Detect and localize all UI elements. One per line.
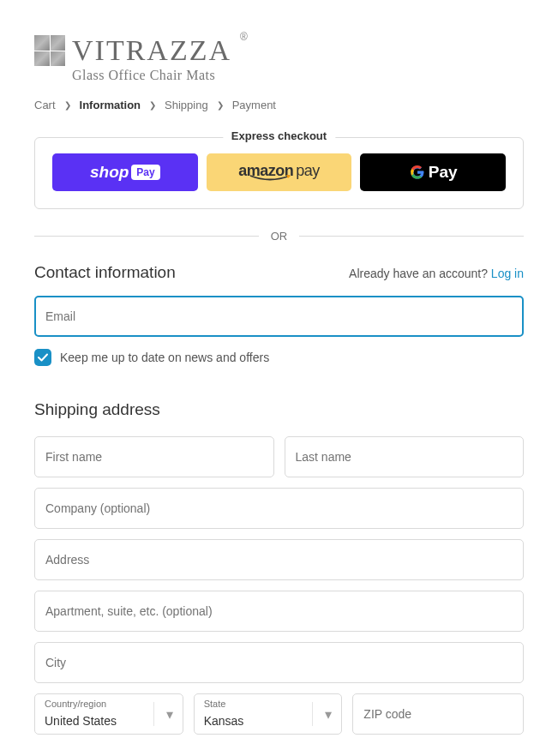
breadcrumb-cart[interactable]: Cart xyxy=(34,99,56,111)
address-input[interactable] xyxy=(34,539,524,580)
country-value: United States xyxy=(45,714,117,728)
state-value: Kansas xyxy=(204,714,244,728)
breadcrumb-information: Information xyxy=(80,99,141,111)
shoppay-text: shop xyxy=(90,163,129,182)
chevron-right-icon: ❯ xyxy=(64,100,71,110)
chevron-right-icon: ❯ xyxy=(149,100,156,110)
registered-icon: ® xyxy=(240,31,248,43)
brand-tagline: Glass Office Chair Mats xyxy=(72,68,524,83)
apartment-input[interactable] xyxy=(34,591,524,632)
brand-name: VITRAZZA xyxy=(72,34,231,67)
amazon-pay-button[interactable]: amazonpay xyxy=(207,153,352,191)
country-label: Country/region xyxy=(45,699,106,709)
company-input[interactable] xyxy=(34,488,524,529)
newsletter-label: Keep me up to date on news and offers xyxy=(60,351,269,364)
express-checkout-label: Express checkout xyxy=(223,129,335,142)
brand-logo[interactable]: VITRAZZA ® Glass Office Chair Mats xyxy=(34,34,524,83)
chevron-right-icon: ❯ xyxy=(217,100,224,110)
shipping-address-title: Shipping address xyxy=(34,400,524,419)
amazon-pay-text: pay xyxy=(296,162,320,179)
logo-icon xyxy=(34,35,65,66)
amazon-smile-icon xyxy=(249,175,291,182)
login-prompt: Already have an account? Log in xyxy=(349,267,524,280)
zip-input[interactable] xyxy=(352,693,524,735)
newsletter-checkbox[interactable] xyxy=(34,349,51,366)
caret-down-icon: ▾ xyxy=(325,706,332,723)
last-name-input[interactable] xyxy=(285,436,525,477)
login-link[interactable]: Log in xyxy=(491,267,524,280)
country-select[interactable]: Country/region United States ▾ xyxy=(34,693,183,735)
express-checkout-box: Express checkout shop Pay amazonpay Pay xyxy=(34,137,524,209)
caret-down-icon: ▾ xyxy=(166,706,173,723)
breadcrumb-payment: Payment xyxy=(232,99,276,111)
breadcrumb: Cart ❯ Information ❯ Shipping ❯ Payment xyxy=(34,99,524,111)
state-label: State xyxy=(204,699,226,709)
or-divider: OR xyxy=(34,230,524,243)
shop-pay-button[interactable]: shop Pay xyxy=(52,153,198,191)
contact-info-title: Contact information xyxy=(34,263,176,282)
gpay-text: Pay xyxy=(429,163,458,182)
check-icon xyxy=(38,352,48,363)
or-label: OR xyxy=(271,230,288,243)
google-icon xyxy=(409,164,426,181)
breadcrumb-shipping: Shipping xyxy=(165,99,208,111)
city-input[interactable] xyxy=(34,642,524,683)
shoppay-pill: Pay xyxy=(131,165,159,180)
state-select[interactable]: State Kansas ▾ xyxy=(194,693,343,735)
first-name-input[interactable] xyxy=(34,436,274,477)
email-input[interactable] xyxy=(34,296,524,337)
google-pay-button[interactable]: Pay xyxy=(360,153,506,191)
